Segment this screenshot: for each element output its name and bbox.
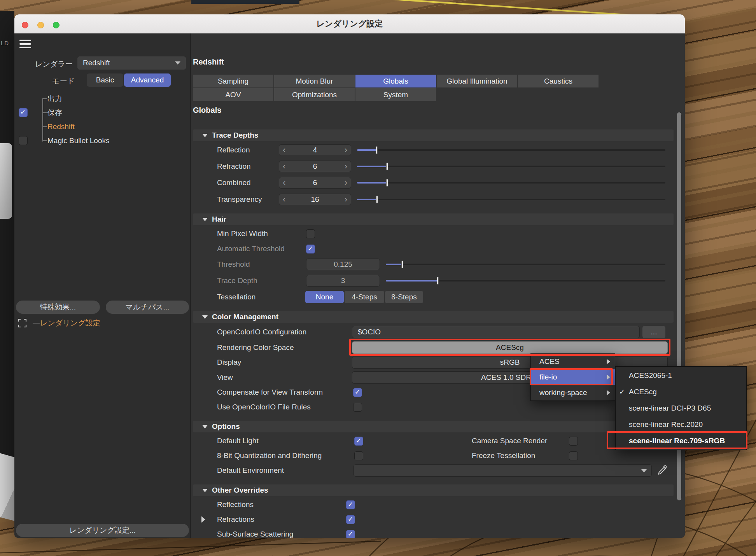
hamburger-menu-icon[interactable] xyxy=(19,39,32,49)
section-trace-depths[interactable]: Trace Depths xyxy=(193,129,674,141)
viewport-left-panel xyxy=(0,11,14,464)
mode-basic-button[interactable]: Basic xyxy=(87,73,123,87)
combined-stepper[interactable]: 6 xyxy=(279,177,351,189)
refractions-label: Refractions xyxy=(217,515,254,524)
submenu-item-rec2020[interactable]: scene-linear Rec.2020 xyxy=(616,416,746,433)
tessellation-8steps-button[interactable]: 8-Steps xyxy=(385,291,423,303)
disclosure-triangle-icon xyxy=(202,218,208,221)
tab-optimizations[interactable]: Optimizations xyxy=(274,88,355,101)
stepper-increment-icon[interactable] xyxy=(345,194,347,205)
compensate-checkbox[interactable] xyxy=(353,388,362,397)
default-light-row: Default Light Camera Space Render xyxy=(191,434,685,448)
globals-heading: Globals xyxy=(193,106,221,115)
fit-view-icon[interactable] xyxy=(18,318,27,328)
tree-connector xyxy=(33,323,40,323)
close-button[interactable] xyxy=(22,22,28,28)
combined-slider[interactable] xyxy=(357,176,665,189)
stepper-decrement-icon[interactable] xyxy=(283,161,285,172)
tree-item-magic-bullet-looks[interactable]: Magic Bullet Looks xyxy=(14,136,190,146)
special-effects-button[interactable]: 特殊効果... xyxy=(16,301,100,314)
submenu-item-acescg[interactable]: ACEScg xyxy=(616,384,746,400)
eyedropper-icon[interactable] xyxy=(657,465,668,476)
menu-item-file-io[interactable]: file-io xyxy=(531,369,615,385)
rendering-color-space-field[interactable]: ACEScg xyxy=(352,341,668,354)
tree-item-save[interactable]: 保存 xyxy=(14,108,190,118)
reflection-row: Reflection 4 xyxy=(191,143,685,157)
file-rules-checkbox[interactable] xyxy=(353,403,362,412)
threshold-label: Threshold xyxy=(217,260,250,269)
menu-item-aces[interactable]: ACES xyxy=(531,354,615,369)
threshold-value-field[interactable]: 0.125 xyxy=(306,259,380,270)
render-settings-bottom-button[interactable]: レンダリング設定... xyxy=(16,524,189,537)
tessellation-4steps-button[interactable]: 4-Steps xyxy=(345,291,384,303)
refraction-stepper[interactable]: 6 xyxy=(279,161,351,172)
transparency-slider[interactable] xyxy=(357,193,665,206)
reflection-stepper[interactable]: 4 xyxy=(279,144,351,156)
tree-item-redshift[interactable]: Redshift xyxy=(14,122,190,132)
stepper-increment-icon[interactable] xyxy=(345,177,347,188)
multipass-button[interactable]: マルチパス... xyxy=(106,301,189,314)
submenu-arrow-icon xyxy=(607,390,610,395)
stepper-increment-icon[interactable] xyxy=(345,161,347,172)
refraction-slider[interactable] xyxy=(357,160,665,173)
tab-globals[interactable]: Globals xyxy=(355,75,436,87)
section-options[interactable]: Options xyxy=(193,421,674,432)
tab-global-illumination[interactable]: Global Illumination xyxy=(437,75,517,87)
freeze-tessellation-checkbox[interactable] xyxy=(569,451,578,460)
stepper-decrement-icon[interactable] xyxy=(283,194,285,205)
tree-item-label: Magic Bullet Looks xyxy=(47,136,109,145)
reflections-checkbox[interactable] xyxy=(346,500,355,509)
submenu-item-aces2065[interactable]: ACES2065-1 xyxy=(616,367,746,384)
tab-aov[interactable]: AOV xyxy=(193,88,273,101)
magic-bullet-checkbox[interactable] xyxy=(19,136,28,145)
hair-trace-depth-field[interactable]: 3 xyxy=(306,275,380,287)
tab-caustics[interactable]: Caustics xyxy=(518,75,598,87)
window-titlebar[interactable]: レンダリング設定 xyxy=(14,14,685,33)
expand-arrow-icon[interactable] xyxy=(201,516,205,523)
submenu-item-dci-p3[interactable]: scene-linear DCI-P3 D65 xyxy=(616,400,746,416)
tab-motion-blur[interactable]: Motion Blur xyxy=(274,75,355,87)
zoom-button[interactable] xyxy=(53,22,60,28)
sss-checkbox[interactable] xyxy=(346,530,355,538)
default-light-checkbox[interactable] xyxy=(354,437,363,446)
mode-advanced-button[interactable]: Advanced xyxy=(124,73,171,87)
renderer-dropdown[interactable]: Redshift xyxy=(77,56,186,70)
default-environment-dropdown[interactable] xyxy=(354,464,652,477)
quantization-label: 8-Bit Quantization and Dithering xyxy=(217,451,322,460)
render-settings-node[interactable]: レンダリング設定 xyxy=(40,318,100,328)
stepper-increment-icon[interactable] xyxy=(345,145,347,156)
min-pixel-width-checkbox[interactable] xyxy=(306,229,315,238)
stepper-decrement-icon[interactable] xyxy=(283,145,285,156)
window-title: レンダリング設定 xyxy=(317,18,383,29)
tree-item-output[interactable]: 出力 xyxy=(14,94,190,104)
automatic-threshold-checkbox[interactable] xyxy=(306,245,315,254)
tessellation-label: Tessellation xyxy=(217,293,256,301)
reflection-slider[interactable] xyxy=(357,143,665,157)
transparency-stepper[interactable]: 16 xyxy=(279,194,351,205)
tessellation-none-button[interactable]: None xyxy=(305,291,344,303)
submenu-arrow-icon xyxy=(607,374,610,380)
renderer-dropdown-value: Redshift xyxy=(83,59,110,67)
minimize-button[interactable] xyxy=(37,22,44,28)
quantization-checkbox[interactable] xyxy=(354,451,363,460)
threshold-slider[interactable] xyxy=(386,258,665,271)
section-other-overrides[interactable]: Other Overrides xyxy=(193,484,674,496)
submenu-item-rec709-srgb[interactable]: scene-linear Rec.709-sRGB xyxy=(616,433,746,449)
camera-space-render-checkbox[interactable] xyxy=(569,437,578,446)
menu-item-working-space[interactable]: working-space xyxy=(531,385,615,400)
compensate-label: Compensate for View Transform xyxy=(217,388,323,397)
ocio-config-field[interactable]: $OCIO xyxy=(352,326,640,338)
submenu-arrow-icon xyxy=(607,359,610,364)
ocio-browse-button[interactable]: ... xyxy=(642,326,665,338)
disclosure-triangle-icon xyxy=(202,425,208,428)
section-color-management[interactable]: Color Management xyxy=(193,311,674,323)
stepper-decrement-icon[interactable] xyxy=(283,177,285,188)
color-space-context-menu: ACES file-io working-space xyxy=(530,353,615,401)
save-checkbox[interactable] xyxy=(19,108,28,117)
tab-system[interactable]: System xyxy=(355,88,436,101)
section-hair[interactable]: Hair xyxy=(193,213,674,225)
tab-sampling[interactable]: Sampling xyxy=(193,75,273,87)
refractions-checkbox[interactable] xyxy=(346,515,355,524)
hair-trace-depth-slider[interactable] xyxy=(386,274,665,287)
transparency-row: Transparency 16 xyxy=(191,193,685,206)
